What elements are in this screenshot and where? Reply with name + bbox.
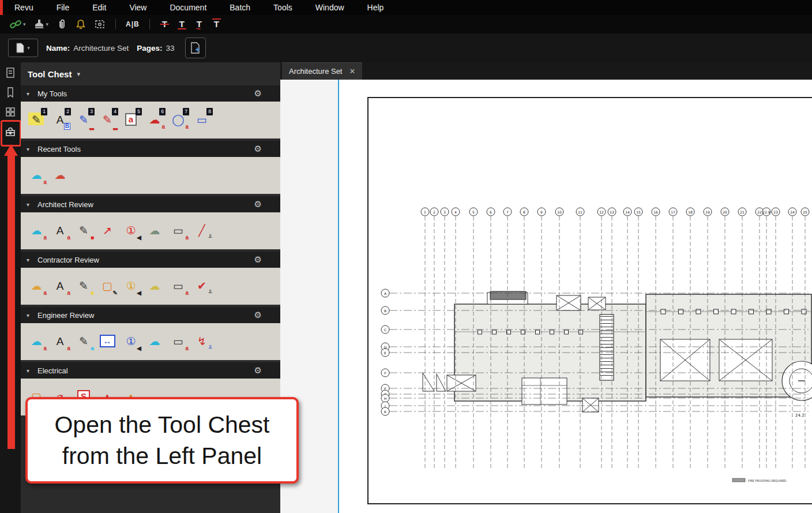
bookmarks-panel-icon[interactable]	[5, 87, 16, 98]
page-view[interactable]: 1234567891011121314151617181920212222.92…	[280, 80, 812, 513]
sequence-label-tool-glyph: ①	[126, 336, 136, 347]
gear-icon[interactable]: ⚙	[254, 254, 262, 265]
stamp-button[interactable]: ▾	[33, 18, 49, 30]
cloud-tool[interactable]: ☁	[145, 275, 164, 296]
section-label: Recent Tools	[37, 145, 254, 153]
page-select-button[interactable]: ▾	[8, 39, 38, 57]
arrow-tool[interactable]: ↗	[98, 220, 116, 241]
section-header-my-tools[interactable]: ▾My Tools⚙	[21, 85, 280, 102]
ellipse-tool[interactable]: ◯a7	[169, 109, 187, 130]
insert-page-button[interactable]	[185, 38, 206, 58]
menu-edit[interactable]: Edit	[81, 0, 118, 15]
grid-bubble-label: D	[384, 345, 387, 349]
attachment-icon	[56, 18, 67, 30]
grid-bubble-label: 10	[557, 210, 562, 214]
grid-bubble-label: 16	[653, 210, 658, 214]
strikethrough-text-icon[interactable]: T	[160, 18, 170, 30]
gear-icon[interactable]: ⚙	[254, 199, 262, 209]
arrow-head	[4, 144, 18, 156]
measurement-arrow-tool-glyph: ↔	[100, 335, 115, 347]
cloud-callout-tool[interactable]: ☁a	[27, 275, 46, 296]
cloud-tool[interactable]: ☁	[145, 331, 164, 351]
sequence-label-tool[interactable]: ①◀	[122, 275, 140, 296]
overline-text-icon[interactable]: T	[212, 18, 221, 30]
cloud-callout-tool[interactable]: ☁a	[27, 220, 46, 241]
sketch-rectangle-tool[interactable]: ▢✎	[98, 275, 116, 296]
tool-chest-header[interactable]: Tool Chest ▾	[21, 62, 280, 85]
cloud-tool[interactable]: ☁	[51, 164, 69, 185]
dimension-text: 24.2	[795, 413, 805, 418]
menu-document[interactable]: Document	[158, 0, 218, 15]
chevron-down-icon: ▾	[27, 91, 32, 97]
menu-revu[interactable]: Revu	[3, 0, 45, 15]
section-header-recent-tools[interactable]: ▾Recent Tools⚙	[21, 141, 280, 157]
close-icon[interactable]: ✕	[349, 67, 356, 76]
cloud-tool[interactable]: ☁a6	[145, 109, 164, 130]
section-header-contractor-review[interactable]: ▾Contractor Review⚙	[21, 252, 280, 268]
page-icon	[16, 43, 24, 53]
measurement-arrow-tool[interactable]: ↔	[98, 331, 116, 351]
menu-view[interactable]: View	[118, 0, 158, 15]
cloud-tool-glyph: ☁	[149, 280, 160, 291]
callout-tool[interactable]: ▭a	[169, 275, 187, 296]
attachment-button[interactable]	[56, 18, 67, 30]
tool-number-badge: 3	[88, 108, 95, 115]
gear-icon[interactable]: ⚙	[254, 144, 262, 154]
cloud-callout-tool-glyph: ☁	[31, 280, 42, 291]
menu-tools[interactable]: Tools	[262, 0, 304, 15]
highlight-tool-glyph: ✎	[79, 280, 88, 291]
spellcheck-icon[interactable]: A|B	[126, 20, 140, 28]
callout-line-1: Open the Tool Chest	[54, 409, 269, 440]
grid-bubble-label: 15	[636, 210, 641, 214]
tab-architecture-set[interactable]: Architecture Set ✕	[282, 62, 362, 80]
document-bar: ▾ Name: Architecture Set Pages: 33	[0, 33, 812, 63]
marker-tool[interactable]: ✎▂4	[98, 109, 116, 130]
menu-batch[interactable]: Batch	[218, 0, 262, 15]
doc-name-label: Name:	[46, 44, 70, 53]
chevron-down-icon: ▾	[27, 257, 32, 263]
section-header-architect-review[interactable]: ▾Architect Review⚙	[21, 196, 280, 212]
gear-icon[interactable]: ⚙	[254, 310, 262, 320]
snapshot-button[interactable]	[94, 18, 106, 30]
highlight-tool[interactable]: ✎■	[74, 220, 93, 241]
typewriter-tool[interactable]: a5	[122, 109, 140, 130]
instruction-callout: Open the Tool Chest from the Left Panel	[25, 397, 299, 484]
gear-icon[interactable]: ⚙	[254, 88, 262, 99]
chevron-down-icon: ▾	[27, 45, 30, 51]
rectangle-tool[interactable]: ▭8	[193, 109, 211, 130]
callout-tool[interactable]: ▭a	[169, 331, 187, 351]
menu-file[interactable]: File	[45, 0, 81, 15]
section-label: Architect Review	[37, 200, 254, 209]
squiggly-text-icon[interactable]: T	[194, 18, 204, 30]
polyline-measurement-tool[interactable]: ↯╨	[193, 331, 211, 351]
callout-tool[interactable]: ▭a	[169, 220, 187, 241]
link-button[interactable]: ▾	[9, 18, 26, 30]
measurement-check-tool[interactable]: ✔╨	[193, 275, 211, 296]
sequence-label-tool[interactable]: ①◀	[122, 331, 140, 351]
section-header-electrical[interactable]: ▾Electrical⚙	[21, 362, 280, 379]
menu-window[interactable]: Window	[304, 0, 356, 15]
alert-button[interactable]	[75, 18, 87, 30]
sequence-label-tool[interactable]: ①◀	[122, 220, 140, 241]
cloud-callout-tool[interactable]: ☁a	[27, 331, 46, 351]
thumbnails-panel-icon[interactable]	[5, 106, 16, 118]
cloud-tool[interactable]: ☁	[145, 220, 164, 241]
menu-help[interactable]: Help	[356, 0, 396, 15]
text-tool-glyph: A	[57, 336, 64, 347]
pen-tool[interactable]: ✎▂3	[74, 109, 93, 130]
highlight-tool[interactable]: ✎■	[74, 275, 93, 296]
text-tool[interactable]: Aa	[51, 275, 69, 296]
highlight-note-tool[interactable]: ✎1	[27, 109, 46, 130]
highlight-tool[interactable]: ✎■	[74, 331, 93, 351]
grid-bubble-label: 9	[540, 210, 543, 214]
text-box-tool[interactable]: AB2	[51, 109, 69, 130]
file-access-panel-icon[interactable]	[5, 67, 16, 78]
length-measurement-tool[interactable]: ╱╨	[193, 220, 211, 241]
text-tool[interactable]: Aa	[51, 331, 69, 351]
callout-tool-glyph: ▭	[173, 225, 183, 236]
section-header-engineer-review[interactable]: ▾Engineer Review⚙	[21, 307, 280, 323]
cloud-callout-tool[interactable]: ☁a	[27, 164, 46, 185]
text-tool[interactable]: Aa	[51, 220, 69, 241]
gear-icon[interactable]: ⚙	[254, 365, 262, 376]
underline-text-icon[interactable]: T	[177, 18, 187, 30]
